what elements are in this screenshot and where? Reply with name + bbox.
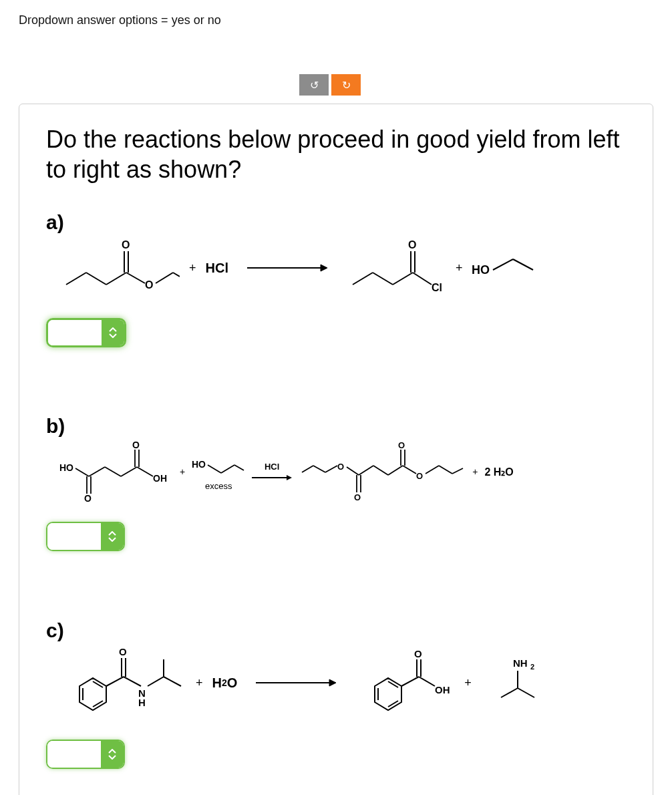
arrow-with-hcl: HCl bbox=[252, 462, 292, 482]
reagent-water: H2O bbox=[212, 675, 238, 691]
svg-text:HO: HO bbox=[192, 459, 206, 470]
svg-line-28 bbox=[89, 467, 105, 476]
reaction-a: O O + HCl bbox=[59, 238, 626, 298]
chevron-down-icon bbox=[108, 537, 116, 542]
svg-text:2: 2 bbox=[530, 663, 534, 671]
svg-line-69 bbox=[124, 677, 141, 686]
plus-icon: + bbox=[192, 676, 207, 690]
hcl-over-arrow: HCl bbox=[265, 462, 279, 472]
svg-line-90 bbox=[501, 688, 518, 697]
dropdown-b[interactable] bbox=[46, 522, 125, 551]
redo-button[interactable]: ↻ bbox=[331, 74, 361, 96]
redo-icon: ↻ bbox=[342, 79, 351, 92]
svg-line-50 bbox=[359, 466, 373, 475]
svg-line-6 bbox=[126, 273, 145, 283]
plus-icon: + bbox=[468, 466, 482, 477]
reaction-b: HO O O OH bbox=[59, 442, 626, 502]
svg-line-81 bbox=[401, 677, 419, 686]
part-a: a) O O bbox=[46, 211, 626, 348]
instruction-text: Dropdown answer options = yes or no bbox=[19, 13, 653, 27]
reagent-propanol-excess: HO excess bbox=[192, 453, 245, 491]
svg-line-22 bbox=[513, 259, 533, 270]
svg-line-13 bbox=[373, 273, 393, 285]
chevron-up-icon bbox=[108, 531, 116, 536]
molecule-diacid: HO O O OH bbox=[59, 442, 173, 502]
svg-line-65 bbox=[106, 677, 124, 686]
dropdown-a-toggle[interactable] bbox=[102, 320, 124, 345]
svg-line-29 bbox=[105, 467, 121, 476]
svg-line-56 bbox=[403, 466, 416, 474]
svg-line-80 bbox=[388, 701, 398, 707]
arrow-icon bbox=[256, 676, 336, 689]
svg-line-18 bbox=[413, 273, 432, 285]
svg-line-1 bbox=[86, 273, 106, 285]
part-c: c) bbox=[46, 619, 626, 770]
svg-line-58 bbox=[426, 466, 439, 474]
svg-text:NH: NH bbox=[513, 657, 528, 669]
svg-line-14 bbox=[393, 273, 413, 285]
svg-line-85 bbox=[419, 677, 435, 686]
dropdown-a[interactable] bbox=[46, 318, 126, 347]
molecule-ethanol: HO bbox=[472, 251, 538, 285]
svg-line-43 bbox=[313, 466, 325, 472]
svg-text:O: O bbox=[84, 493, 92, 502]
svg-marker-76 bbox=[329, 679, 336, 686]
svg-text:O: O bbox=[354, 492, 361, 502]
svg-line-51 bbox=[373, 466, 388, 475]
dropdown-c-toggle[interactable] bbox=[101, 741, 124, 768]
svg-line-79 bbox=[388, 681, 398, 687]
svg-line-30 bbox=[121, 467, 137, 476]
arrow-icon bbox=[247, 261, 327, 275]
svg-line-72 bbox=[148, 677, 164, 686]
svg-text:O: O bbox=[132, 442, 140, 450]
svg-text:O: O bbox=[398, 442, 405, 450]
svg-line-52 bbox=[388, 466, 403, 475]
svg-line-9 bbox=[173, 273, 180, 277]
svg-line-21 bbox=[493, 259, 513, 270]
svg-line-12 bbox=[353, 273, 373, 285]
molecule-acyl-chloride: O Cl bbox=[346, 238, 446, 298]
molecule-diester: O O O O bbox=[299, 442, 466, 502]
svg-line-59 bbox=[439, 466, 452, 474]
chevron-down-icon bbox=[108, 755, 116, 760]
svg-text:O: O bbox=[337, 462, 344, 472]
chevron-up-icon bbox=[108, 749, 116, 754]
part-c-label: c) bbox=[46, 619, 626, 642]
part-a-label: a) bbox=[46, 211, 626, 234]
svg-line-44 bbox=[325, 466, 337, 472]
plus-icon: + bbox=[176, 466, 189, 477]
svg-marker-41 bbox=[287, 475, 292, 480]
dropdown-c[interactable] bbox=[46, 740, 125, 769]
question-text: Do the reactions below proceed in good y… bbox=[46, 124, 626, 184]
svg-text:HO: HO bbox=[59, 462, 73, 473]
plus-icon: + bbox=[460, 676, 476, 690]
svg-line-42 bbox=[302, 466, 313, 472]
svg-line-0 bbox=[66, 273, 86, 285]
molecule-amide: O N H bbox=[59, 646, 186, 720]
reaction-c: O N H + H2O bbox=[59, 646, 626, 720]
part-b: b) HO O bbox=[46, 415, 626, 552]
dropdown-a-value bbox=[48, 320, 102, 345]
chevron-down-icon bbox=[109, 333, 117, 338]
svg-line-39 bbox=[234, 465, 244, 470]
chevron-up-icon bbox=[109, 327, 117, 332]
svg-line-74 bbox=[164, 677, 181, 686]
plus-icon: + bbox=[452, 261, 467, 275]
svg-text:O: O bbox=[416, 471, 423, 481]
svg-text:O: O bbox=[122, 239, 130, 251]
undo-button[interactable]: ↺ bbox=[299, 74, 329, 96]
svg-line-91 bbox=[518, 688, 534, 697]
toolbar: ↺ ↻ bbox=[299, 74, 653, 96]
svg-text:OH: OH bbox=[153, 473, 167, 484]
svg-line-34 bbox=[137, 467, 153, 476]
molecule-isopropylamine: NH 2 bbox=[481, 656, 541, 709]
svg-text:H: H bbox=[138, 697, 146, 708]
svg-text:Cl: Cl bbox=[432, 282, 442, 293]
svg-line-38 bbox=[221, 465, 234, 473]
svg-line-63 bbox=[93, 681, 103, 687]
svg-text:O: O bbox=[408, 239, 416, 251]
dropdown-b-toggle[interactable] bbox=[101, 523, 124, 550]
reagent-hcl: HCl bbox=[206, 261, 228, 276]
plus-icon: + bbox=[185, 261, 200, 275]
dropdown-b-value bbox=[47, 523, 101, 550]
